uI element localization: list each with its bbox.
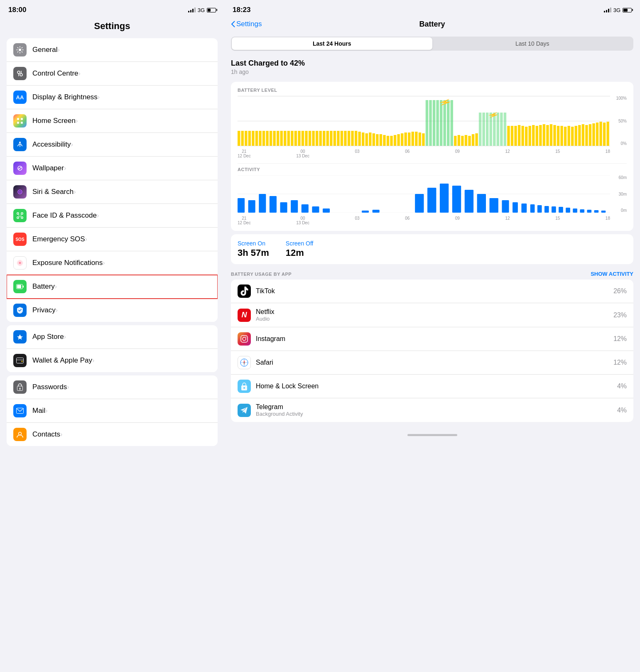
- left-network-label: 3G: [198, 7, 205, 13]
- svg-rect-92: [443, 100, 446, 146]
- usage-header: BATTERY USAGE BY APP SHOW ACTIVITY: [224, 267, 640, 280]
- svg-rect-93: [447, 100, 449, 146]
- app-item-instagram[interactable]: Instagram 12%: [231, 327, 633, 351]
- app-item-netflix[interactable]: N Netflix Audio 23%: [231, 303, 633, 327]
- activity-x-labels: 21 12 Dec 00 13 Dec 03 06 09 12: [238, 214, 627, 225]
- appstore-chevron: ›: [64, 333, 66, 341]
- sidebar-item-privacy[interactable]: Privacy ›: [7, 299, 218, 322]
- svg-rect-15: [21, 213, 23, 214]
- svg-rect-100: [468, 136, 471, 146]
- screen-off-value: 12m: [286, 248, 314, 258]
- back-button[interactable]: Settings: [231, 20, 262, 28]
- svg-rect-127: [560, 126, 563, 146]
- sidebar-item-sos[interactable]: SOS Emergency SOS ›: [7, 228, 218, 251]
- segment-10d[interactable]: Last 10 Days: [432, 37, 633, 50]
- svg-rect-151: [312, 206, 319, 213]
- right-status-bar: 18:23 3G: [224, 0, 640, 17]
- battery-level-chart: 100% 50% 0%: [238, 96, 627, 146]
- segment-24h[interactable]: Last 24 Hours: [232, 37, 432, 50]
- svg-rect-36: [245, 131, 247, 146]
- svg-rect-98: [461, 136, 463, 146]
- general-chevron: ›: [57, 46, 59, 54]
- wallpaper-label: Wallpaper: [32, 164, 64, 172]
- sidebar-item-control[interactable]: Control Centre ›: [7, 62, 218, 86]
- passwords-icon: [13, 380, 27, 394]
- svg-rect-60: [330, 131, 332, 146]
- svg-rect-89: [433, 100, 435, 146]
- svg-point-20: [19, 262, 21, 264]
- svg-rect-94: [451, 100, 453, 146]
- sidebar-item-exposure[interactable]: Exposure Notifications ›: [7, 251, 218, 275]
- exposure-icon: [13, 256, 27, 270]
- svg-rect-172: [580, 209, 584, 213]
- sos-label: Emergency SOS: [32, 235, 85, 243]
- sidebar-item-wallet[interactable]: Wallet & Apple Pay ›: [7, 349, 218, 372]
- passwords-chevron: ›: [67, 383, 69, 391]
- svg-point-185: [243, 387, 245, 389]
- svg-point-9: [19, 142, 21, 143]
- sidebar-item-faceid[interactable]: Face ID & Passcode ›: [7, 204, 218, 228]
- svg-rect-136: [592, 123, 595, 146]
- safari-info: Safari: [256, 359, 613, 366]
- faceid-icon: [13, 209, 27, 222]
- sidebar-item-siri[interactable]: Siri & Search ›: [7, 180, 218, 204]
- segment-control[interactable]: Last 24 Hours Last 10 Days: [231, 37, 633, 51]
- activity-bars: [238, 175, 610, 213]
- svg-rect-119: [532, 125, 535, 146]
- svg-rect-130: [571, 127, 574, 146]
- safari-percent: 12%: [613, 359, 627, 366]
- svg-rect-123: [546, 125, 549, 146]
- svg-rect-152: [323, 208, 330, 213]
- sidebar-item-contacts[interactable]: Contacts ›: [7, 423, 218, 446]
- left-panel: 18:00 3G Settings General ›: [0, 0, 224, 672]
- app-item-homelock[interactable]: Home & Lock Screen 4%: [231, 375, 633, 398]
- battery-bars: ⚡: [238, 96, 610, 146]
- svg-rect-122: [543, 124, 545, 146]
- svg-rect-115: [518, 125, 520, 146]
- battery-level-chart-section: BATTERY LEVEL 100% 50% 0%: [231, 82, 633, 231]
- svg-rect-176: [241, 336, 248, 342]
- svg-rect-7: [17, 122, 19, 124]
- general-icon: [13, 43, 27, 56]
- usage-title: BATTERY USAGE BY APP: [231, 272, 292, 277]
- app-item-telegram[interactable]: Telegram Background Activity 4%: [231, 398, 633, 422]
- sidebar-item-display[interactable]: AA Display & Brightness ›: [7, 86, 218, 109]
- siri-label: Siri & Search: [32, 188, 74, 196]
- sidebar-item-mail[interactable]: Mail ›: [7, 399, 218, 423]
- sidebar-item-homescreen[interactable]: Home Screen ›: [7, 109, 218, 133]
- svg-rect-156: [427, 188, 436, 213]
- svg-rect-84: [415, 132, 417, 146]
- svg-rect-88: [429, 100, 432, 146]
- sidebar-item-accessibility[interactable]: Accessibility ›: [7, 133, 218, 157]
- svg-rect-90: [436, 100, 439, 146]
- svg-rect-46: [280, 131, 283, 146]
- sidebar-item-general[interactable]: General ›: [7, 38, 218, 62]
- svg-rect-167: [544, 206, 549, 213]
- svg-rect-116: [521, 126, 524, 146]
- sidebar-item-battery[interactable]: Battery ›: [7, 275, 218, 299]
- privacy-chevron: ›: [56, 307, 58, 314]
- svg-rect-169: [559, 207, 563, 213]
- sidebar-item-appstore[interactable]: App Store ›: [7, 325, 218, 349]
- app-item-safari[interactable]: Safari 12%: [231, 351, 633, 375]
- display-chevron: ›: [98, 93, 100, 101]
- svg-rect-104: [482, 113, 485, 146]
- svg-rect-139: [603, 123, 606, 146]
- instagram-percent: 12%: [613, 335, 627, 343]
- svg-point-19: [21, 215, 22, 216]
- svg-rect-154: [373, 210, 380, 213]
- sidebar-item-wallpaper[interactable]: Wallpaper ›: [7, 157, 218, 180]
- svg-rect-160: [477, 194, 486, 213]
- svg-rect-37: [248, 131, 251, 146]
- svg-rect-149: [291, 200, 298, 213]
- svg-rect-148: [280, 202, 287, 213]
- svg-rect-128: [564, 127, 566, 146]
- app-item-tiktok[interactable]: TikTok 26%: [231, 280, 633, 303]
- contacts-icon: [13, 428, 27, 441]
- left-time: 18:00: [8, 6, 26, 14]
- wallet-label: Wallet & Apple Pay: [32, 356, 92, 365]
- show-activity-button[interactable]: SHOW ACTIVITY: [591, 271, 633, 277]
- svg-rect-38: [252, 131, 254, 146]
- sidebar-item-passwords[interactable]: Passwords ›: [7, 375, 218, 399]
- activity-chart: 60m 30m 0m: [238, 175, 627, 213]
